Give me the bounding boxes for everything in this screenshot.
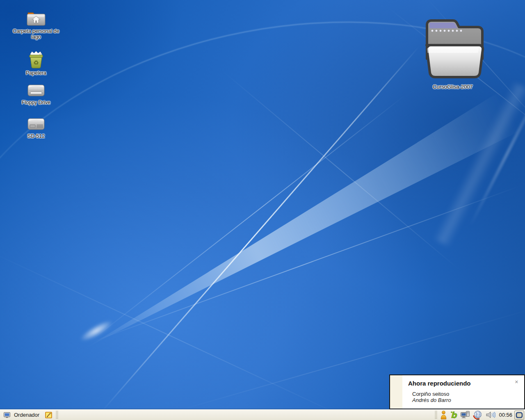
desktop-icon-label: CursoGlisa-2007	[433, 84, 473, 90]
notification-popup: Ahora reproduciendo Corpiño seitoso Andr…	[389, 374, 525, 409]
globe-updater-icon	[472, 410, 483, 420]
desktop-icon-label: SD-512	[27, 133, 45, 139]
wallpaper-streak	[433, 81, 525, 247]
desktop-icon-home-folder[interactable]: Carpeta personal de iago	[7, 9, 65, 40]
wallpaper-streak	[0, 250, 352, 420]
wallpaper-streak	[78, 317, 115, 345]
workspace-switcher-icon	[516, 412, 523, 418]
notification-artist-name: Andrés do Barro	[412, 397, 451, 403]
home-folder-icon	[25, 9, 47, 27]
network-computers-tray-button[interactable]	[459, 410, 471, 420]
notification-left-strip	[390, 375, 402, 409]
beagle-search-tray-button[interactable]: b	[448, 410, 459, 420]
panel-drag-handle[interactable]	[55, 411, 59, 419]
volume-tray-button[interactable]	[484, 410, 497, 420]
wallpaper-streak	[73, 91, 525, 373]
notification-title: Ahora reproduciendo	[408, 380, 471, 387]
taskbar: Ordenador b	[0, 409, 525, 420]
hard-drive-icon	[26, 116, 46, 132]
desktop-icon-trash[interactable]: ♻ Papelera	[7, 49, 65, 76]
wallpaper-streak	[88, 186, 520, 344]
tomboy-notes-button[interactable]	[43, 410, 54, 420]
network-computers-icon	[460, 411, 470, 419]
notification-track-name: Corpiño seitoso	[412, 391, 449, 397]
user-presence-tray-button[interactable]	[439, 410, 448, 420]
computer-icon	[3, 412, 11, 418]
svg-text:♻: ♻	[33, 59, 39, 66]
desktop-icon-open-folder[interactable]: CursoGlisa-2007	[418, 16, 488, 90]
desktop-icon-label: Floppy Drive	[22, 100, 50, 105]
globe-updater-tray-button[interactable]	[471, 410, 484, 420]
wallpaper-streak	[88, 95, 405, 343]
tomboy-note-icon	[45, 411, 53, 419]
beagle-search-icon: b	[450, 411, 458, 420]
desktop-icon-label: Carpeta personal de iago	[8, 28, 64, 40]
volume-icon	[486, 411, 495, 419]
wallpaper-streak	[468, 80, 525, 227]
clock[interactable]: 00:56	[497, 412, 514, 418]
close-icon[interactable]: ✕	[515, 380, 518, 384]
computer-menu-label: Ordenador	[14, 412, 39, 418]
desktop-icon-floppy-drive[interactable]: Floppy Drive	[7, 82, 65, 105]
open-folder-icon	[418, 16, 488, 83]
tray-drag-handle[interactable]	[434, 411, 438, 419]
wallpaper-streak	[221, 70, 460, 271]
desktop-icon-hard-drive[interactable]: SD-512	[7, 116, 65, 139]
desktop-icon-label: Papelera	[26, 70, 46, 76]
workspace-switcher-button[interactable]	[514, 411, 524, 420]
trash-icon: ♻	[27, 49, 46, 69]
computer-menu-button[interactable]: Ordenador	[0, 410, 43, 420]
wallpaper-streak	[101, 46, 420, 412]
user-presence-icon	[440, 411, 447, 420]
floppy-drive-icon	[26, 82, 46, 98]
